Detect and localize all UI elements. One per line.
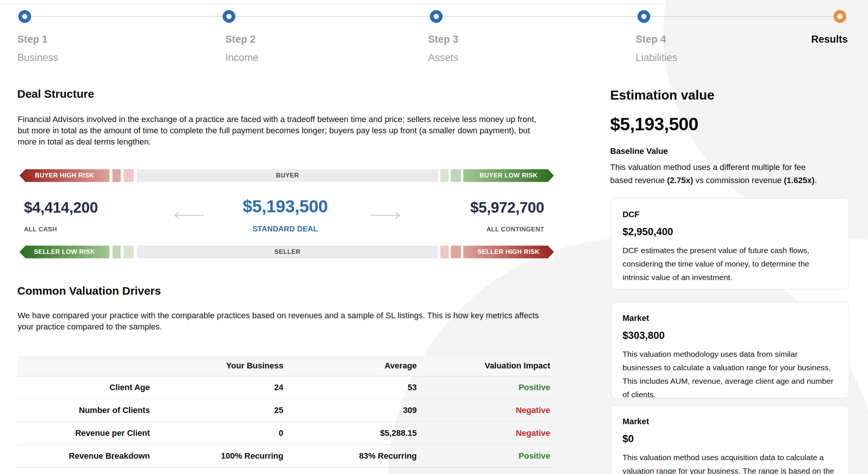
impact-cell: Positive — [418, 451, 551, 461]
impact-cell: Negative — [418, 428, 551, 438]
stepper-step-2[interactable]: Step 2 Income — [225, 34, 259, 64]
bar-gap — [134, 169, 137, 182]
valuation-drivers-table: Your Business Average Valuation Impact C… — [17, 356, 551, 468]
risk-gradient-square — [112, 169, 121, 182]
step-3-name: Assets — [428, 52, 458, 64]
header-valuation-impact: Valuation Impact — [418, 361, 551, 371]
arrow-left-icon — [173, 210, 205, 220]
results-label: Results — [811, 34, 848, 45]
baseline-description: This valuation method uses a different m… — [610, 161, 829, 187]
stepper-step-results[interactable]: Results — [811, 34, 848, 45]
impact-cell: Negative — [418, 405, 551, 415]
table-row: Revenue Breakdown 100% Recurring 83% Rec… — [17, 445, 551, 468]
estimation-panel: Estimation value $5,193,500 Baseline Val… — [610, 88, 849, 187]
results-circle-icon[interactable] — [834, 10, 846, 23]
risk-gradient-square — [124, 246, 134, 258]
buyer-high-risk-arrow: BUYER HIGH RISK — [19, 169, 109, 182]
market-card-2: Market $0 This valuation method uses acq… — [611, 405, 849, 474]
all-contingent-label: ALL CONTINGENT — [337, 226, 544, 233]
estimation-title: Estimation value — [610, 88, 849, 103]
metric-cell: Revenue Breakdown — [17, 451, 151, 461]
step-2-name: Income — [225, 52, 259, 64]
valuation-drivers-description: We have compared your practice with the … — [18, 310, 550, 332]
commission-multiple: (1.625x) — [784, 176, 814, 185]
buyer-risk-bar: BUYER HIGH RISK BUYER BUYER LOW RISK — [19, 169, 554, 182]
step-3-label: Step 3 — [428, 34, 458, 45]
seller-risk-bar: SELLER LOW RISK SELLER SELLER HIGH RISK — [19, 246, 554, 258]
valuation-drivers-title: Common Valuation Drivers — [17, 285, 161, 297]
card-title: Market — [623, 313, 838, 323]
metric-cell: Number of Clients — [17, 405, 151, 415]
fee-multiple: (2.75x) — [667, 176, 693, 185]
dcf-card: DCF $2,950,400 DCF estimates the present… — [611, 198, 849, 289]
step-2-label: Step 2 — [225, 34, 259, 45]
bar-gap — [461, 169, 463, 182]
step-4-label: Step 4 — [636, 34, 677, 45]
risk-gradient-square — [451, 246, 461, 258]
stepper-step-4[interactable]: Step 4 Liabilities — [636, 34, 677, 64]
risk-gradient-square — [112, 246, 121, 258]
card-title: DCF — [623, 210, 838, 219]
impact-cell: Positive — [418, 383, 551, 392]
table-header-row: Your Business Average Valuation Impact — [17, 356, 551, 376]
average-cell: $5,288.15 — [284, 428, 418, 438]
card-value: $303,800 — [623, 330, 838, 341]
card-description: DCF estimates the present value of futur… — [623, 244, 838, 284]
card-description: This valuation method uses acquisition d… — [623, 451, 838, 474]
metric-cell: Revenue per Client — [17, 428, 151, 438]
table-row: Client Age 24 53 Positive — [17, 376, 551, 399]
bar-gap — [134, 246, 137, 258]
all-contingent-value: $5,972,700 — [337, 199, 544, 216]
stepper-step-3[interactable]: Step 3 Assets — [428, 34, 458, 64]
average-cell: 309 — [284, 405, 418, 415]
buyer-mid-segment: BUYER — [137, 169, 438, 182]
average-cell: 83% Recurring — [284, 451, 418, 461]
card-description: This valuation methodology uses data fro… — [623, 347, 838, 401]
bar-gap — [109, 246, 112, 258]
risk-gradient-square — [124, 169, 134, 182]
bar-gap — [121, 246, 124, 258]
risk-gradient-square — [440, 169, 449, 182]
buyer-low-risk-arrow: BUYER LOW RISK — [463, 169, 554, 182]
card-value: $2,950,400 — [623, 226, 838, 238]
baseline-value-label: Baseline Value — [610, 146, 849, 156]
stepper-step-1[interactable]: Step 1 Business — [17, 34, 58, 64]
step-1-circle-icon[interactable] — [18, 10, 31, 23]
risk-gradient-square — [451, 169, 461, 182]
seller-low-risk-arrow: SELLER LOW RISK — [19, 246, 109, 258]
header-your-business: Your Business — [151, 361, 284, 371]
your-business-cell: 24 — [151, 383, 284, 392]
seller-high-risk-arrow: SELLER HIGH RISK — [463, 246, 554, 258]
bar-gap — [461, 246, 463, 258]
baseline-text: . — [814, 176, 817, 185]
table-row: Revenue per Client 0 $5,288.15 Negative — [17, 422, 551, 445]
deal-structure-description: Financial Advisors involved in the excha… — [18, 114, 550, 148]
baseline-text: vs commission revenue — [693, 176, 784, 185]
card-value: $0 — [623, 433, 838, 445]
step-1-name: Business — [17, 52, 58, 64]
your-business-cell: 25 — [151, 405, 284, 415]
step-4-circle-icon[interactable] — [638, 10, 650, 23]
seller-mid-segment: SELLER — [137, 246, 438, 258]
risk-gradient-square — [440, 246, 449, 258]
bar-gap — [121, 169, 124, 182]
table-row: Number of Clients 25 309 Negative — [17, 399, 551, 422]
valuation-results-page: Step 1 Business Step 2 Income Step 3 Ass… — [0, 0, 868, 474]
bar-gap — [109, 169, 112, 182]
header-average: Average — [284, 361, 418, 371]
card-title: Market — [623, 417, 838, 426]
your-business-cell: 0 — [151, 428, 284, 438]
average-cell: 53 — [284, 383, 418, 392]
metric-cell: Client Age — [17, 383, 151, 392]
step-4-name: Liabilities — [636, 52, 677, 64]
deal-structure-title: Deal Structure — [17, 88, 94, 100]
step-3-circle-icon[interactable] — [430, 10, 443, 23]
step-2-circle-icon[interactable] — [223, 10, 235, 23]
all-contingent-option: $5,972,700 ALL CONTINGENT — [337, 199, 544, 233]
step-1-label: Step 1 — [17, 34, 58, 45]
your-business-cell: 100% Recurring — [151, 451, 284, 461]
arrow-right-icon — [370, 210, 401, 220]
estimation-value: $5,193,500 — [610, 114, 849, 134]
market-card-1: Market $303,800 This valuation methodolo… — [611, 302, 849, 398]
